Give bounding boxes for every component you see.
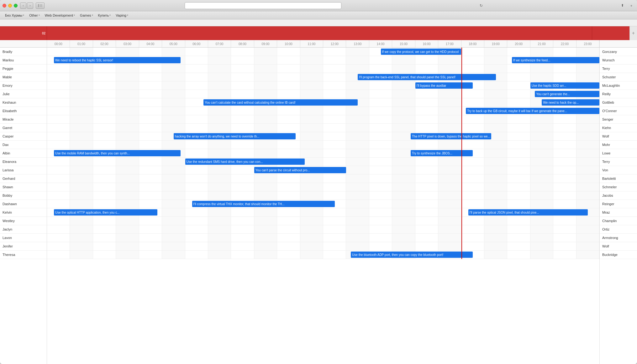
grid-cell-4-7 <box>208 81 231 90</box>
grid-cell-8-7 <box>208 115 231 123</box>
grid-cell-11-4 <box>139 141 162 149</box>
bookmark-item-6[interactable]: Vaping ▾ <box>114 13 130 18</box>
grid-cell-12-20 <box>507 149 530 157</box>
grid-cell-0-6 <box>185 48 208 56</box>
event-19[interactable]: I'll parse the optical JSON pixel, that … <box>468 209 588 216</box>
grid-cell-4-10 <box>277 81 300 90</box>
grid-cell-11-1 <box>70 141 93 149</box>
bookmark-item-3[interactable]: Web Development ▾ <box>43 13 77 18</box>
sidebar-button[interactable] <box>36 3 45 9</box>
forward-button[interactable]: › <box>27 3 33 9</box>
back-button[interactable]: ‹ <box>20 3 26 9</box>
row-label-right-17: Jacobs <box>600 191 637 200</box>
event-13[interactable]: Use the mobile RAM bandwidth, then you c… <box>54 150 181 156</box>
grid-cell-15-4 <box>139 174 162 183</box>
grid-cell-13-4 <box>139 158 162 166</box>
chevron-icon-6: ▾ <box>127 14 128 17</box>
bookmark-item-5[interactable]: Купить ▾ <box>96 13 113 18</box>
grid-cell-8-3 <box>116 115 139 123</box>
grid-cell-6-5 <box>162 98 185 107</box>
share-button[interactable]: ⬆ <box>619 3 626 9</box>
event-11[interactable]: hacking the array won't do anything, we … <box>174 133 296 139</box>
bookmark-item-1[interactable]: Без Хурмы ▾ <box>3 13 26 18</box>
event-0[interactable]: If we copy the protocol, we can get to t… <box>381 49 461 55</box>
row-label-left-24: Theresa <box>0 251 47 259</box>
grid-cell-7-11 <box>300 107 323 115</box>
event-2[interactable]: If we synthesize the feed... <box>512 57 599 63</box>
event-5[interactable]: Use the haptic SDD arr... <box>530 82 599 89</box>
add-tab-button[interactable]: + <box>628 3 634 9</box>
event-6[interactable]: You can't generate the... <box>535 91 599 97</box>
grid-cell-23-8 <box>231 242 254 250</box>
event-4[interactable]: I'll bypass the auxiliar <box>415 82 473 89</box>
event-20[interactable]: Use the bluetooth ADP port, then you can… <box>351 252 473 258</box>
event-10[interactable]: If we generate the pane... <box>530 108 599 114</box>
grid-cell-11-18 <box>461 141 484 149</box>
grid-cell-21-10 <box>277 225 300 233</box>
row-label-right-3: Schuster <box>600 73 637 81</box>
grid-cell-6-17 <box>438 98 461 107</box>
event-15[interactable]: Use the redundant SMS hard drive, then y… <box>185 159 305 165</box>
minimize-button[interactable] <box>8 4 12 8</box>
grid-cell-18-1 <box>70 200 93 208</box>
grid-cell-8-15 <box>392 115 415 123</box>
row-label-left-19: Kelvin <box>0 208 47 217</box>
row-label-left-13: Eleanora <box>0 158 47 166</box>
grid-cell-12-22 <box>553 149 576 157</box>
time-header-inner: 00:0001:0002:0003:0004:0005:0006:0007:00… <box>47 40 599 47</box>
grid-cell-20-8 <box>231 217 254 225</box>
grid-cell-11-23 <box>576 141 599 149</box>
grid-cell-23-18 <box>461 242 484 250</box>
maximize-button[interactable] <box>14 4 18 8</box>
event-16[interactable]: You can't parse the circuit without pro.… <box>254 167 346 173</box>
grid-cell-24-6 <box>185 251 208 259</box>
event-17[interactable]: I'll compress the virtual THX monitor, t… <box>192 201 335 207</box>
event-3[interactable]: I'll program the back-end SSL panel, tha… <box>358 74 496 80</box>
grid-cell-22-1 <box>70 234 93 242</box>
grid-cell-7-14 <box>369 107 392 115</box>
grid-cell-5-5 <box>162 90 185 98</box>
grid-cell-3-6 <box>185 73 208 81</box>
time-cell-8: 08:00 <box>231 40 254 47</box>
grid-cell-17-16 <box>415 191 438 200</box>
row-label-left-7: Elisabeth <box>0 107 47 115</box>
grid-cell-5-8 <box>231 90 254 98</box>
svg-rect-1 <box>40 4 42 5</box>
row-labels: BradlyMarilouPeggieMableEmoryJulieKeshau… <box>0 48 47 364</box>
row-label-right-20: Champlin <box>600 217 637 225</box>
grid-cell-23-11 <box>300 242 323 250</box>
event-1[interactable]: We need to reboot the haptic SSL sensor! <box>54 57 181 63</box>
time-cell-23: 23:00 <box>576 40 599 47</box>
grid-cell-19-7 <box>208 208 231 216</box>
right-labels-inner: GorczanyWunschTerrySchusterMcLaughlinRei… <box>600 48 637 259</box>
event-14[interactable]: Try to synthesize the JBOS... <box>411 150 473 156</box>
event-18[interactable]: Use the optical HTTP application, then y… <box>54 209 157 216</box>
grid-cell-13-0 <box>47 158 70 166</box>
grid-cell-20-10 <box>277 217 300 225</box>
bookmark-item-4[interactable]: Games ▾ <box>78 13 95 18</box>
chevron-icon-2: ▾ <box>39 14 40 17</box>
event-12[interactable]: The HTTP pixel is down, bypass the hapti… <box>411 133 491 139</box>
reload-button[interactable]: ↻ <box>478 3 484 9</box>
grid-cell-1-17 <box>438 56 461 64</box>
grid-cell-16-14 <box>369 183 392 191</box>
grid-cell-7-0 <box>47 107 70 115</box>
grid-cell-23-12 <box>323 242 346 250</box>
event-8[interactable]: We need to hack the op... <box>542 99 599 106</box>
close-button[interactable] <box>3 4 6 8</box>
time-cell-19: 19:00 <box>484 40 507 47</box>
date-header <box>47 26 592 40</box>
grid-cell-17-10 <box>277 191 300 200</box>
grid-cell-16-1 <box>70 183 93 191</box>
grid-cell-2-9 <box>254 65 277 73</box>
time-header-scroll: 00:0001:0002:0003:0004:0005:0006:0007:00… <box>47 40 599 47</box>
bookmark-item-2[interactable]: Other ▾ <box>27 13 42 18</box>
event-7[interactable]: You can't calculate the card without cal… <box>203 99 358 106</box>
url-bar[interactable] <box>185 2 341 9</box>
grid-cell-2-21 <box>530 65 553 73</box>
add-row-button[interactable]: + <box>629 26 637 40</box>
grid-cell-13-15 <box>392 158 415 166</box>
grid-cell-2-14 <box>369 65 392 73</box>
grid-cell-16-13 <box>346 183 369 191</box>
grid-cell-8-5 <box>162 115 185 123</box>
